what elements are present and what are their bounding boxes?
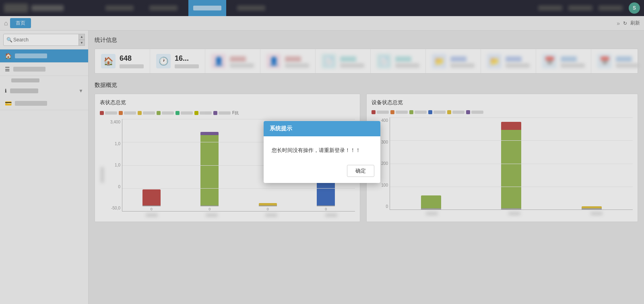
dialog-confirm-button[interactable]: 确定 xyxy=(347,165,374,177)
system-dialog: 系统提示 您长时间没有操作，请重新登录！！！ 确定 xyxy=(264,121,380,183)
dialog-footer: 确定 xyxy=(264,161,380,183)
dialog-header: 系统提示 xyxy=(264,121,380,136)
modal-overlay: 系统提示 您长时间没有操作，请重新登录！！！ 确定 xyxy=(0,0,644,304)
dialog-body: 您长时间没有操作，请重新登录！！！ xyxy=(264,136,380,161)
